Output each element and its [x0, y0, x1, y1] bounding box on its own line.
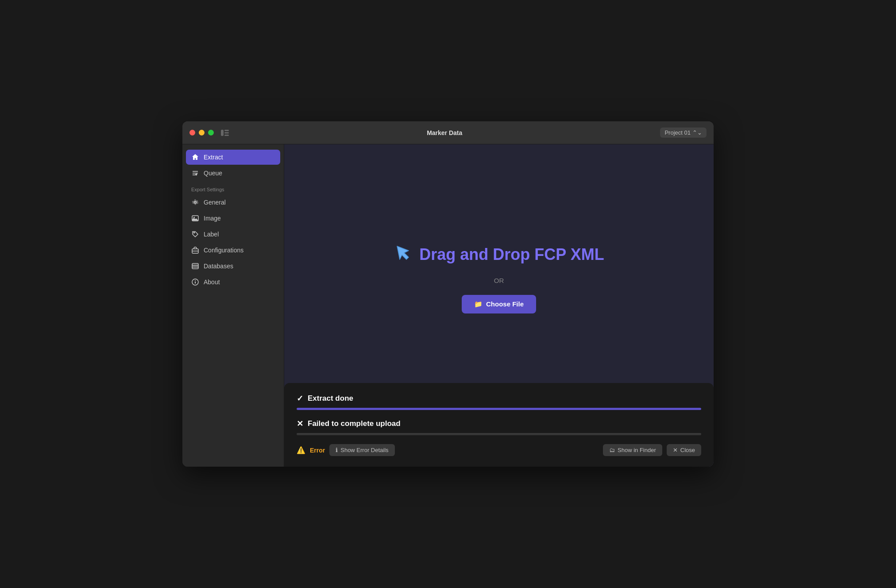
minimize-traffic-light[interactable]	[199, 130, 205, 135]
svg-rect-10	[192, 267, 198, 269]
queue-icon	[191, 169, 199, 177]
databases-icon	[191, 262, 199, 270]
sidebar-item-queue[interactable]: Queue	[186, 166, 280, 181]
sidebar-item-label[interactable]: Label	[186, 227, 280, 242]
folder-open-icon: 📁	[474, 300, 483, 308]
briefcase-icon	[191, 246, 199, 254]
show-in-finder-button[interactable]: 🗂 Show in Finder	[603, 444, 662, 456]
about-label: About	[204, 279, 220, 286]
show-error-details-button[interactable]: ℹ Show Error Details	[329, 444, 394, 456]
drag-drop-label: Drag and Drop FCP XML	[419, 245, 604, 264]
cursor-icon	[394, 244, 412, 266]
close-traffic-light[interactable]	[189, 130, 195, 135]
svg-rect-12	[195, 282, 196, 284]
error-label: Error	[310, 447, 325, 454]
or-divider: OR	[494, 277, 504, 284]
export-settings-label: Export Settings	[186, 182, 280, 194]
extract-progress-track: 100%	[297, 408, 701, 410]
x-icon: ✕	[673, 447, 678, 453]
sidebar-toggle-icon[interactable]	[221, 130, 229, 136]
extract-progress-label: Extract done	[308, 394, 353, 403]
svg-rect-0	[221, 130, 224, 136]
image-label: Image	[204, 215, 221, 222]
sidebar-item-extract[interactable]: Extract	[186, 150, 280, 165]
sidebar-item-image[interactable]: Image	[186, 211, 280, 226]
close-label: Close	[680, 447, 695, 453]
databases-label: Databases	[204, 263, 233, 270]
main-panel: Drag and Drop FCP XML OR 📁 Choose File ✓…	[284, 144, 714, 467]
extract-label: Extract	[204, 154, 223, 161]
warning-icon: ⚠️	[297, 446, 305, 454]
sidebar-item-configurations[interactable]: Configurations	[186, 243, 280, 258]
home-icon	[191, 153, 199, 161]
info-icon	[191, 278, 199, 286]
upload-progress-track	[297, 433, 701, 435]
upload-progress-item: ✕ Failed to complete upload	[297, 419, 701, 435]
choose-file-button[interactable]: 📁 Choose File	[462, 295, 536, 313]
svg-rect-3	[224, 135, 229, 136]
sidebar-item-about[interactable]: About	[186, 275, 280, 290]
upload-progress-label: Failed to complete upload	[308, 419, 401, 428]
drag-drop-title: Drag and Drop FCP XML	[394, 244, 604, 266]
main-content: Extract Queue Export Settings	[182, 144, 714, 467]
sidebar-item-databases[interactable]: Databases	[186, 259, 280, 274]
info-circle-icon: ℹ	[336, 447, 338, 453]
label-label: Label	[204, 231, 219, 238]
traffic-lights	[189, 130, 214, 135]
show-error-label: Show Error Details	[340, 447, 388, 453]
fullscreen-traffic-light[interactable]	[208, 130, 214, 135]
chevron-updown-icon: ⌃⌄	[692, 129, 702, 136]
error-status: ⚠️ Error ℹ Show Error Details	[297, 444, 395, 456]
folder-icon: 🗂	[609, 447, 615, 453]
app-title: Marker Data	[229, 129, 660, 136]
show-finder-label: Show in Finder	[618, 447, 656, 453]
project-name: Project 01	[664, 129, 691, 136]
app-window: Marker Data Project 01 ⌃⌄ Extract	[182, 121, 714, 467]
sidebar: Extract Queue Export Settings	[182, 144, 284, 467]
svg-rect-1	[224, 130, 229, 131]
configurations-label: Configurations	[204, 247, 243, 254]
extract-progress-item: ✓ Extract done 100%	[297, 394, 701, 410]
action-buttons: 🗂 Show in Finder ✕ Close	[603, 444, 701, 456]
upload-dash-bar	[297, 433, 701, 434]
close-button[interactable]: ✕ Close	[667, 444, 701, 456]
title-bar: Marker Data Project 01 ⌃⌄	[182, 121, 714, 144]
extract-progress-header: ✓ Extract done	[297, 394, 701, 403]
progress-overlay: ✓ Extract done 100% ✕ Failed to complete…	[284, 383, 714, 467]
gear-icon	[191, 198, 199, 206]
svg-point-5	[193, 217, 195, 218]
image-icon	[191, 214, 199, 222]
drop-zone[interactable]: Drag and Drop FCP XML OR 📁 Choose File	[284, 144, 714, 412]
choose-file-label: Choose File	[486, 300, 524, 308]
project-selector[interactable]: Project 01 ⌃⌄	[660, 128, 707, 138]
extract-check-icon: ✓	[297, 394, 303, 403]
tag-icon	[191, 230, 199, 238]
svg-point-13	[195, 280, 196, 281]
upload-progress-header: ✕ Failed to complete upload	[297, 419, 701, 429]
progress-actions: ⚠️ Error ℹ Show Error Details 🗂 Show in …	[297, 444, 701, 456]
extract-progress-fill	[297, 408, 701, 410]
sidebar-item-general[interactable]: General	[186, 195, 280, 210]
svg-rect-2	[224, 132, 229, 133]
general-label: General	[204, 199, 226, 206]
queue-label: Queue	[204, 170, 222, 177]
upload-x-icon: ✕	[297, 419, 303, 429]
